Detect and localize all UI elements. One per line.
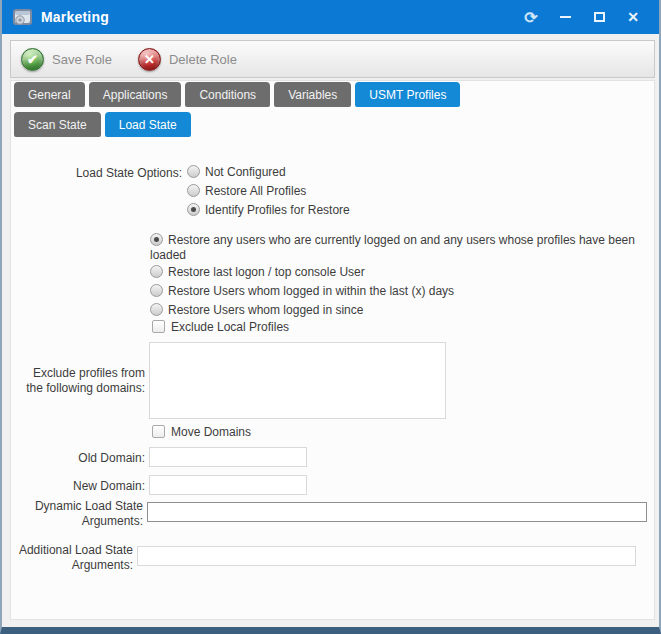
radio-restore-since[interactable]: Restore Users whom logged in since (150, 303, 363, 318)
exclude-domains-textarea[interactable] (149, 342, 446, 419)
radio-not-configured[interactable]: Not Configured (187, 165, 286, 180)
exclude-domains-label: Exclude profiles from the following doma… (22, 366, 145, 396)
checkbox-icon (152, 425, 165, 438)
tab-conditions[interactable]: Conditions (185, 82, 270, 107)
dynamic-args-label: Dynamic Load State Arguments: (22, 499, 143, 529)
tab-variables[interactable]: Variables (274, 82, 351, 107)
delete-role-button[interactable]: ✕ Delete Role (138, 48, 237, 71)
checkbox-icon (152, 320, 165, 333)
radio-label: Identify Profiles for Restore (205, 203, 350, 217)
checkbox-label: Move Domains (171, 425, 251, 439)
radio-label: Restore last logon / top console User (168, 265, 365, 279)
radio-restore-all-profiles[interactable]: Restore All Profiles (187, 184, 306, 199)
radio-label: Restore All Profiles (205, 184, 306, 198)
delete-x-icon: ✕ (138, 48, 161, 71)
minimize-button[interactable] (555, 7, 575, 27)
radio-icon (187, 184, 200, 197)
refresh-icon: ⟳ (524, 8, 537, 27)
window-title: Marketing (41, 9, 109, 25)
refresh-button[interactable]: ⟳ (521, 7, 541, 27)
radio-label: Restore Users whom logged in within the … (168, 284, 454, 298)
titlebar: Marketing ⟳ ✕ (2, 0, 659, 34)
old-domain-input[interactable] (149, 447, 307, 467)
main-tab-bar: General Applications Conditions Variable… (14, 82, 460, 107)
delete-role-label: Delete Role (169, 52, 237, 67)
radio-label: Restore Users whom logged in since (168, 303, 363, 317)
radio-identify-profiles[interactable]: Identify Profiles for Restore (187, 203, 350, 218)
usmt-sub-tab-bar: Scan State Load State (14, 112, 191, 137)
checkbox-label: Exclude Local Profiles (171, 320, 289, 334)
radio-restore-last-x-days[interactable]: Restore Users whom logged in within the … (150, 284, 454, 299)
radio-icon (150, 284, 163, 297)
save-role-label: Save Role (52, 52, 112, 67)
tab-load-state[interactable]: Load State (105, 112, 191, 137)
toolbar: ✔ Save Role ✕ Delete Role (10, 40, 655, 78)
radio-restore-last-logon[interactable]: Restore last logon / top console User (150, 265, 365, 280)
radio-label: Not Configured (205, 165, 286, 179)
close-icon: ✕ (627, 9, 639, 25)
radio-icon-selected (150, 233, 163, 246)
close-button[interactable]: ✕ (623, 7, 643, 27)
tab-applications[interactable]: Applications (89, 82, 182, 107)
checkbox-exclude-local-profiles[interactable]: Exclude Local Profiles (152, 320, 289, 335)
radio-icon (150, 303, 163, 316)
tab-scan-state[interactable]: Scan State (14, 112, 101, 137)
new-domain-label: New Domain: (22, 479, 145, 494)
save-check-icon: ✔ (21, 48, 44, 71)
old-domain-label: Old Domain: (22, 451, 145, 466)
additional-args-input[interactable] (137, 546, 636, 566)
new-domain-input[interactable] (149, 475, 307, 495)
minimize-icon (560, 16, 571, 18)
tab-general[interactable]: General (14, 82, 85, 107)
radio-icon (150, 265, 163, 278)
radio-restore-logged-on-users[interactable]: Restore any users who are currently logg… (150, 233, 647, 263)
maximize-button[interactable] (589, 7, 609, 27)
checkbox-move-domains[interactable]: Move Domains (152, 425, 251, 440)
save-role-button[interactable]: ✔ Save Role (21, 48, 112, 71)
radio-icon-selected (187, 203, 200, 216)
tab-usmt-profiles[interactable]: USMT Profiles (355, 82, 460, 107)
dynamic-args-input[interactable] (147, 502, 647, 522)
marketing-role-window: Marketing ⟳ ✕ ✔ Save Role ✕ Delete Role … (0, 0, 661, 634)
radio-icon (187, 165, 200, 178)
load-state-options-label: Load State Options: (22, 166, 182, 181)
radio-label: Restore any users who are currently logg… (150, 233, 635, 262)
additional-args-label: Additional Load State Arguments: (12, 543, 133, 573)
app-window-icon (12, 7, 34, 27)
maximize-icon (594, 12, 605, 22)
